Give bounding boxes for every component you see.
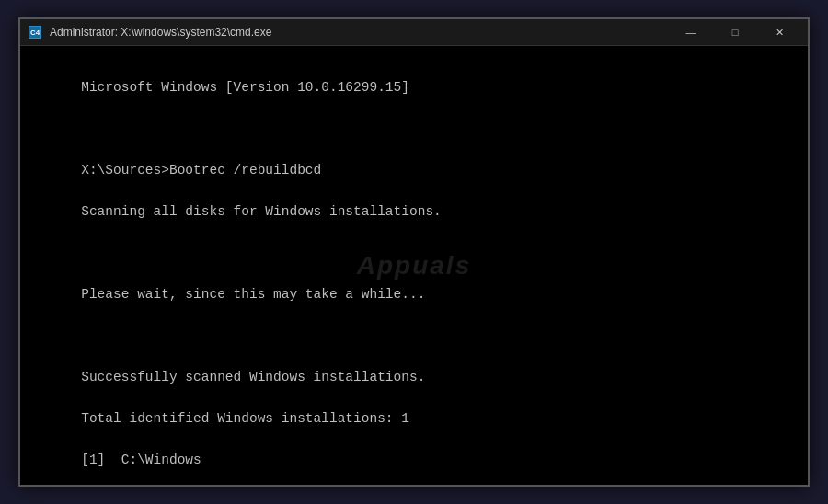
window-title: Administrator: X:\windows\system32\cmd.e… [50, 26, 271, 39]
minimize-button[interactable]: — [670, 23, 712, 41]
version-line: Microsoft Windows [Version 10.0.16299.15… [81, 80, 409, 95]
windows-dir-line: [1] C:\Windows [81, 452, 201, 467]
terminal-output: Microsoft Windows [Version 10.0.16299.15… [33, 57, 795, 485]
scanning-line: Scanning all disks for Windows installat… [81, 204, 442, 219]
success-scan-line: Successfully scanned Windows installatio… [81, 370, 425, 384]
please-wait-line: Please wait, since this may take a while… [81, 287, 425, 302]
close-button[interactable]: ✕ [758, 23, 800, 41]
cmd-icon: C4 [29, 26, 41, 39]
cmd-window: C4 Administrator: X:\windows\system32\cm… [18, 17, 810, 487]
window-icon: C4 [28, 25, 42, 40]
command-line: X:\Sources>Bootrec /rebuildbcd [81, 163, 321, 178]
window-controls: — □ ✕ [670, 23, 800, 41]
title-bar: C4 Administrator: X:\windows\system32\cm… [20, 19, 808, 46]
terminal-body: Appuals Microsoft Windows [Version 10.0.… [20, 46, 808, 485]
total-line: Total identified Windows installations: … [81, 411, 409, 426]
maximize-button[interactable]: □ [714, 23, 756, 41]
